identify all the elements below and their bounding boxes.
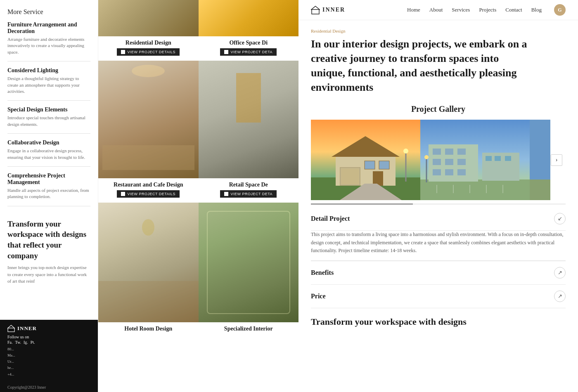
right-content: Residential Design In our interior desig…: [298, 20, 578, 335]
svg-rect-29: [505, 156, 511, 161]
arrow-icon: [121, 50, 125, 54]
arrow-icon-4: [224, 192, 228, 196]
svg-rect-24: [445, 169, 453, 175]
price-row[interactable]: Price ↗: [311, 285, 566, 308]
social-fa[interactable]: Fa.: [7, 340, 13, 345]
nav-home[interactable]: Home: [407, 7, 420, 13]
nav-avatar[interactable]: G: [554, 4, 566, 16]
view-details-restaurant[interactable]: VIEW PROJECT DETAILS: [117, 190, 180, 198]
arrow-icon-2: [224, 50, 228, 54]
arrow-icon-3: [121, 192, 125, 196]
row3-info: Hotel Room Design Specialized Interior: [98, 322, 298, 334]
project-title-restaurant: Restaurant and Cafe Design VIEW PROJECT …: [98, 178, 199, 203]
service-item-special: Special Design Elements Introduce specia…: [7, 101, 90, 134]
svg-rect-1: [312, 9, 319, 14]
svg-rect-20: [433, 159, 441, 165]
gallery-img-partial: [530, 120, 550, 200]
view-details-residential[interactable]: VIEW PROJECT DETAILS: [117, 48, 180, 56]
row2-images: [98, 61, 298, 178]
svg-rect-8: [373, 171, 383, 186]
detail-section: Detail Project ↗ This project aims to tr…: [311, 213, 566, 308]
gallery-next-button[interactable]: ›: [551, 154, 562, 166]
social-links: Fa. Tw. Ig. Pt.: [7, 340, 90, 345]
svg-rect-28: [495, 156, 501, 161]
svg-point-13: [403, 149, 408, 153]
view-details-retail[interactable]: VIEW PROJECT DETA: [220, 190, 277, 198]
view-details-office[interactable]: VIEW PROJECT DETA: [220, 48, 277, 56]
svg-rect-0: [8, 328, 14, 332]
nav-about[interactable]: About: [429, 7, 443, 13]
svg-rect-7: [341, 168, 360, 185]
navbar: INNER Home About Services Projects Conta…: [298, 0, 578, 20]
retail-img: [199, 61, 299, 178]
benefits-arrow[interactable]: ↗: [554, 267, 566, 279]
follow-label: Follow us on: [7, 335, 90, 339]
svg-rect-17: [433, 149, 441, 155]
service-item-project-mgmt: Comprehensive Project Management Handle …: [7, 167, 90, 206]
right-panel: INNER Home About Services Projects Conta…: [298, 0, 578, 392]
project-title-hotel: Hotel Room Design: [98, 322, 199, 334]
service-list: Furniture Arrangement and Decoration Arr…: [7, 16, 90, 206]
restaurant-img: [98, 61, 199, 178]
row3-images: [98, 203, 298, 322]
specialized-img: [199, 203, 299, 322]
svg-rect-18: [445, 149, 453, 155]
detail-project-arrow[interactable]: ↗: [554, 213, 566, 224]
house-svg: [311, 120, 420, 200]
row2-info: Restaurant and Cafe Design VIEW PROJECT …: [98, 178, 298, 203]
nav-links: Home About Services Projects Contact Blo…: [407, 7, 542, 13]
project-title-retail: Retail Space De VIEW PROJECT DETA: [199, 178, 299, 203]
top-img-1: [98, 0, 199, 36]
gallery-img-house: [311, 120, 420, 200]
copyright-bar: Copyright@2023 Inner: [0, 383, 98, 392]
gallery-img-building: [420, 120, 530, 200]
row1-info: Residential Design VIEW PROJECT DETAILS …: [98, 36, 298, 61]
nav-services[interactable]: Services: [452, 7, 470, 13]
partial-svg: [530, 120, 550, 200]
svg-rect-38: [530, 179, 550, 200]
svg-rect-21: [445, 159, 453, 165]
svg-rect-25: [457, 169, 466, 175]
main-headline: In our interior design projects, we emba…: [311, 37, 534, 94]
nav-logo-text: INNER: [322, 7, 345, 13]
svg-rect-27: [486, 156, 492, 161]
project-title-specialized: Specialized Interior: [199, 322, 299, 334]
social-tw[interactable]: Tw.: [15, 340, 21, 345]
project-title-residential: Residential Design VIEW PROJECT DETAILS: [98, 36, 199, 61]
social-ig[interactable]: Ig.: [24, 340, 28, 345]
svg-rect-23: [433, 169, 441, 175]
nav-blog[interactable]: Blog: [531, 7, 542, 13]
benefits-row[interactable]: Benefits ↗: [311, 261, 566, 285]
center-panel: Residential Design VIEW PROJECT DETAILS …: [98, 0, 298, 392]
footer-logo-icon: [7, 325, 15, 332]
svg-rect-22: [457, 159, 466, 165]
bottom-cta: Transform your workspace with designs: [311, 316, 566, 327]
top-strip-row: [98, 0, 298, 36]
nav-projects[interactable]: Projects: [479, 7, 496, 13]
top-img-2: [199, 0, 299, 36]
residential-tag: Residential Design: [311, 28, 566, 33]
social-pt[interactable]: Pt.: [31, 340, 35, 345]
more-service-title: More Service: [7, 8, 90, 16]
gallery-title: Project Gallery: [311, 104, 566, 114]
svg-rect-10: [379, 161, 389, 169]
nav-contact[interactable]: Contact: [505, 7, 522, 13]
left-cta: Transform your workspace with designs th…: [7, 219, 90, 285]
left-footer: INNER Follow us on Fa. Tw. Ig. Pt. 80...…: [0, 320, 98, 383]
building-svg: [420, 120, 530, 200]
hotel-img: [98, 203, 199, 322]
svg-rect-9: [365, 161, 375, 169]
svg-point-31: [424, 155, 429, 159]
svg-rect-19: [457, 149, 466, 155]
service-item-furniture: Furniture Arrangement and Decoration Arr…: [7, 16, 90, 61]
price-arrow[interactable]: ↗: [554, 290, 566, 302]
project-title-office: Office Space Di VIEW PROJECT DETA: [199, 36, 299, 61]
detail-project-row[interactable]: Detail Project ↗: [311, 213, 566, 231]
gallery-scroll-thumb: [311, 203, 413, 205]
service-item-lighting: Considered Lighting Design a thoughtful …: [7, 61, 90, 101]
footer-contact: 80...Ma...Ur...he...+4...: [7, 346, 90, 378]
nav-logo-icon: [311, 5, 320, 14]
detail-project-body: This project aims to transform a living …: [311, 231, 566, 261]
gallery-scrollbar: [311, 203, 566, 205]
nav-logo: INNER: [311, 5, 345, 14]
